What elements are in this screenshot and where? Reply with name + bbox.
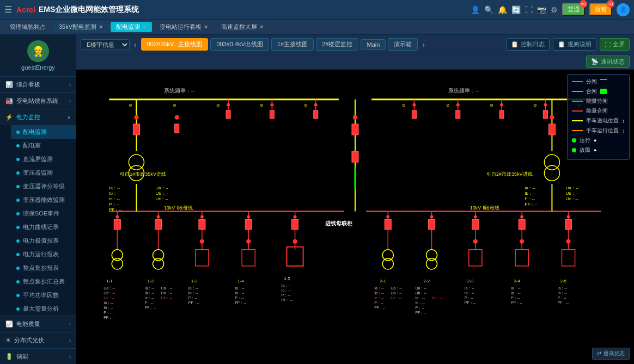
tab-003-04kv[interactable]: 003#0.4kV出线图 <box>210 38 269 51</box>
tab-hd-monitor[interactable]: 高速监控大屏 ✕ <box>216 22 269 32</box>
logo-area: Acrel EMS企业微电网能效管理系统 <box>16 5 139 15</box>
cb-left-in[interactable] <box>133 124 139 135</box>
pv-arrow: › <box>69 337 71 343</box>
feeder-2-3-ib: Ib：-- <box>465 291 474 295</box>
cb-tie-mid[interactable] <box>352 151 358 162</box>
cb-2-4[interactable] <box>519 220 525 230</box>
tab-main[interactable]: Main <box>361 39 386 50</box>
配电室-label: 配电室 <box>23 141 41 150</box>
tab-substation[interactable]: 变电站运行看板 ✕ <box>154 22 214 32</box>
cb-right-in[interactable] <box>548 124 555 135</box>
cb-2-3[interactable] <box>472 220 479 230</box>
tab-1-main[interactable]: 1#主接线图 <box>271 38 314 51</box>
rule-desc-btn[interactable]: 📋 规则说明 <box>553 38 596 51</box>
sidebar-item-变压器评分[interactable]: 变压器评分等级 <box>11 180 76 193</box>
sidebar-item-storage[interactable]: 🔋 储能 › <box>0 349 76 364</box>
feeder-2-1-uc: Uc：-- <box>391 296 402 300</box>
pv-label: 分布式光伏 <box>14 336 44 344</box>
prev-arrow[interactable]: ‹ <box>132 39 139 50</box>
status-indicator[interactable]: ⇄ 通讯状态 <box>592 348 630 360</box>
camera-icon[interactable]: 📷 <box>537 5 546 14</box>
left-ib: Ib：-- <box>109 191 120 196</box>
close-hd[interactable]: ✕ <box>259 24 264 30</box>
tab-002-35kv[interactable]: 002#35kV...主接线图 <box>141 38 209 51</box>
sidebar-item-substation-sys[interactable]: 🏭 变电站馈自系统 › <box>0 93 76 109</box>
fullscreen-btn[interactable]: ⛶ 全屏 <box>600 38 630 51</box>
feeder-2-2-ua: Ua：-- <box>415 286 426 290</box>
main-layout: 👷 guestEnergy 📊 综合看板 › 🏭 变电站馈自系统 › ⚡ 电力监… <box>0 35 634 364</box>
cb-1-3[interactable] <box>199 220 205 230</box>
cb-right-5[interactable] <box>543 110 547 119</box>
logo-title: EMS企业微电网能效管理系统 <box>39 5 139 15</box>
cb-right-4[interactable] <box>499 110 504 119</box>
cb-tie-top[interactable] <box>352 124 358 135</box>
sidebar-item-变压器能效[interactable]: 变压器能效监测 <box>11 193 76 207</box>
sidebar-item-平均功率[interactable]: 平均功率因数 <box>11 288 76 302</box>
sidebar-item-运行报表[interactable]: 电力运行报表 <box>11 248 76 261</box>
tab-mgmt[interactable]: 管理域驰独占 <box>4 22 51 32</box>
cb-2-5[interactable] <box>565 220 572 230</box>
settings-icon[interactable]: ⚙ <box>551 5 558 14</box>
feeder-2-1-ua: Ua：-- <box>391 286 402 290</box>
sidebar-item-pv[interactable]: ☀ 分布式光伏 › <box>0 332 76 348</box>
next-arrow[interactable]: › <box>420 39 427 50</box>
search-icon[interactable]: 🔍 <box>484 5 493 14</box>
cb-2-2[interactable] <box>429 220 435 230</box>
sidebar-item-直流屏[interactable]: 直流屏监测 <box>11 152 76 166</box>
sidebar-item-变压器[interactable]: 变压器监测 <box>11 166 76 180</box>
cb-left-2[interactable] <box>226 110 230 119</box>
tab-35kv[interactable]: 35kV配电监测 ✕ <box>53 22 108 32</box>
cb-1-1[interactable] <box>114 220 120 230</box>
legend-item-truck-run: 手车运行位置 ↕ <box>572 127 625 134</box>
feeder-2-4-ia: Ia：-- <box>511 286 521 290</box>
menu-icon[interactable]: ☰ <box>4 4 12 15</box>
fullscreen-icon[interactable]: ⛶ <box>525 5 533 14</box>
sidebar-item-quality[interactable]: 📈 电能质量 › <box>0 316 76 332</box>
cb-mid-1[interactable] <box>314 110 318 119</box>
feeder-1-2-id: 1-2 <box>148 279 154 283</box>
left-p: P：-- <box>109 202 119 207</box>
full-label: 全屏 <box>613 40 625 48</box>
tab-demo[interactable]: 演示箱 <box>388 38 418 51</box>
legend-label-open: 分闸 <box>586 78 597 85</box>
feeder-1-4-id: 1-4 <box>237 279 244 283</box>
cb-1-2[interactable] <box>155 220 162 230</box>
user-icon[interactable]: 👤 <box>471 5 480 14</box>
cb-left-3[interactable] <box>270 110 274 119</box>
tab-power-monitor[interactable]: 配电监测 ✕ <box>111 22 152 32</box>
sidebar-item-整点集抄报表[interactable]: 整点集抄报表 <box>11 261 76 275</box>
close-substation[interactable]: ✕ <box>204 24 208 30</box>
feeder-2-1-p: P：-- <box>374 301 383 305</box>
tab-2-floor[interactable]: 2#楼层监控 <box>316 38 358 51</box>
legend-label-eclose: 能量合闸 <box>586 107 608 115</box>
cb-2-1[interactable] <box>385 220 391 230</box>
legend-arrow-open <box>600 79 607 84</box>
sidebar-item-综保[interactable]: 综保SOE事件 <box>11 207 76 220</box>
sidebar-item-电力曲线[interactable]: 电力曲线记录 <box>11 220 76 234</box>
refresh-icon[interactable]: 🔄 <box>511 5 521 14</box>
sidebar-item-dashboard[interactable]: 📊 综合看板 › <box>0 77 76 92</box>
feeder-1-2-ua: Ua：-- <box>161 286 173 290</box>
sidebar-item-配电室[interactable]: 配电室 <box>11 139 76 152</box>
bell-icon[interactable]: 🔔 <box>498 5 507 14</box>
sidebar-item-整点集抄汇总[interactable]: 整点集抄汇总表 <box>11 275 76 288</box>
control-log-btn[interactable]: 📋 控制日志 <box>506 38 550 51</box>
right-pf: PF：-- <box>525 202 538 207</box>
cb-1-4[interactable] <box>245 220 252 230</box>
dot-变压器评分 <box>16 185 20 188</box>
cb-right-3[interactable] <box>456 110 460 119</box>
sidebar-item-极值报表[interactable]: 电力极值报表 <box>11 234 76 248</box>
sidebar-item-配电监测[interactable]: 配电监测 <box>11 125 76 139</box>
user-avatar[interactable]: 👤 <box>617 3 630 16</box>
feeder-1-3-p: P：-- <box>188 296 198 300</box>
cb-right-2[interactable] <box>412 110 416 119</box>
sidebar-item-最大需量[interactable]: 最大需量分析 <box>11 302 76 316</box>
cb-left-vt[interactable] <box>175 124 179 133</box>
location-select[interactable]: E楼宇信息 <box>81 39 130 50</box>
sidebar-item-power[interactable]: ⚡ 电力监控 ∨ <box>0 109 76 125</box>
feeder-2-2-ia: Ia：-- <box>415 296 425 300</box>
comm-status-btn[interactable]: 📡 通讯状态 <box>586 55 630 68</box>
close-power[interactable]: ✕ <box>142 24 147 30</box>
close-35kv[interactable]: ✕ <box>99 24 103 30</box>
cb-1-5[interactable] <box>292 220 298 230</box>
